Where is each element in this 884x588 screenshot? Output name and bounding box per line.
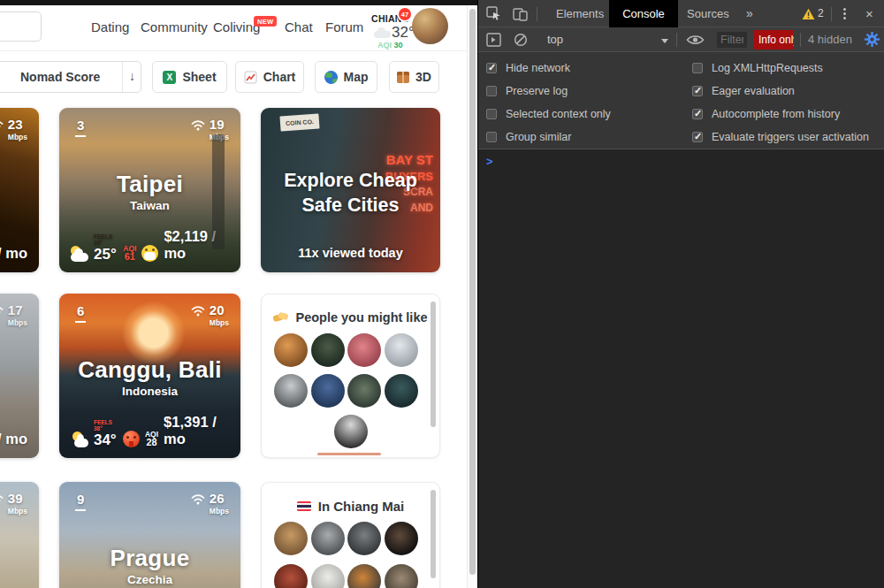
scrollbar-thumb[interactable] [469,9,476,575]
nav-link-chat[interactable]: Chat [285,19,313,34]
avatar[interactable] [274,374,308,408]
city-rank: 3 [75,118,86,137]
checkbox[interactable] [486,63,497,73]
city-card-partial-2[interactable]: 17 Mbps / mo [0,294,39,458]
wifi-icon [0,305,4,317]
avatar[interactable] [385,333,418,367]
avatar[interactable] [311,522,345,555]
checkbox[interactable] [692,132,703,142]
sheet-icon: X [163,71,176,84]
thailand-flag-icon [297,501,311,511]
avatar[interactable] [311,374,345,408]
neon-sign-text: BAY ST [386,152,433,167]
panel-scrollbar[interactable] [431,302,436,427]
sheet-view-button[interactable]: X Sheet [152,61,227,93]
console-settings-gear-icon[interactable] [865,32,880,47]
panel-scrollbar[interactable] [431,490,436,578]
city-card-taipei[interactable]: 3 19 Mbps Taipei Taiwan FEELS 26° 25° [59,108,240,272]
city-country: Czechia [59,573,240,586]
close-devtools-icon[interactable]: × [865,6,873,21]
more-tabs-chevron[interactable]: » [746,0,753,27]
checkbox[interactable] [692,86,703,96]
tab-console[interactable]: Console [609,0,678,27]
hidden-messages-count: 4 hidden [808,33,852,46]
setting-eager-evaluation[interactable]: Eager evaluation [692,85,884,97]
console-sidebar-icon[interactable] [486,33,501,47]
setting-group-similar[interactable]: Group similar [486,131,692,143]
avatar[interactable] [347,374,381,408]
city-card-partial-3[interactable]: 39 Mbps [0,482,39,588]
live-expression-eye-icon[interactable] [686,34,705,46]
device-toolbar-icon[interactable] [513,6,528,21]
chart-view-button[interactable]: Chart [235,61,304,93]
weather-icon [71,433,88,447]
tab-elements[interactable]: Elements [556,0,604,27]
avatar[interactable] [385,374,418,408]
checkbox[interactable] [692,109,703,119]
wifi-speed: 20 Mbps [191,303,229,327]
tab-sources[interactable]: Sources [687,0,729,27]
avatar[interactable] [274,522,308,555]
nav-link-community[interactable]: Community [141,19,208,34]
setting-hide-network[interactable]: Hide network [486,62,692,74]
checkbox[interactable] [486,86,497,96]
3d-view-button[interactable]: 3D [389,61,439,93]
setting-eval-triggers-activation[interactable]: Evaluate triggers user activation [692,131,884,143]
avatar[interactable] [347,522,381,555]
nav-link-forum[interactable]: Forum [325,19,363,34]
notification-badge[interactable]: 47 [397,6,413,22]
avatar[interactable] [311,564,345,588]
aqi-label: AQI [377,41,392,50]
console-filter-input[interactable] [717,32,747,48]
map-view-button[interactable]: Map [315,61,377,93]
city-card-partial-1[interactable]: 23 Mbps / mo [0,108,39,272]
log-level-badge[interactable]: Info only [753,30,794,50]
wifi-speed: 23 Mbps [0,118,27,141]
avatar[interactable] [347,333,381,367]
explore-title: Explore Cheap Safe Cities [261,168,440,218]
handshake-icon [273,312,288,323]
profile-avatar[interactable] [412,8,448,44]
checkbox[interactable] [486,132,497,142]
setting-preserve-log[interactable]: Preserve log [486,85,692,97]
city-rank: 6 [75,303,86,323]
avatar[interactable] [274,564,308,588]
local-panel: In Chiang Mai [261,482,440,588]
wifi-speed: 19 Mbps [191,118,229,141]
avatar[interactable] [311,333,345,367]
checkbox[interactable] [692,63,703,73]
nav-temperature: 32° [392,24,415,42]
viewed-count: 11x viewed today [261,246,440,260]
avatar[interactable] [334,415,368,448]
setting-selected-context-only[interactable]: Selected context only [486,108,692,120]
checkbox[interactable] [486,109,497,119]
explore-card[interactable]: COIN CO. BAY ST BUYERS SCRA AND Explore … [261,108,440,272]
warning-icon[interactable] [802,8,815,20]
map-button-label: Map [344,70,369,84]
search-input[interactable] [0,11,42,42]
console-output-area[interactable]: > [478,150,884,588]
avatar[interactable] [385,564,418,588]
city-card-canggu[interactable]: 6 20 Mbps Canggu, Bali Indonesia FEELS 3… [59,294,240,458]
avatar[interactable] [274,333,308,367]
inspect-element-icon[interactable] [486,6,501,21]
console-prompt-chevron[interactable]: > [486,155,493,168]
clear-console-icon[interactable] [514,33,528,47]
avatar[interactable] [347,564,381,588]
page-scrollbar[interactable] [467,5,477,588]
chevron-down-icon[interactable] [661,39,668,43]
setting-log-xhr[interactable]: Log XMLHttpRequests [692,62,884,74]
avatar-row [274,333,418,367]
nav-link-dating[interactable]: Dating [91,19,129,34]
city-card-prague[interactable]: 9 26 Mbps Prague Czechia [59,482,240,588]
sort-select[interactable]: Nomad Score ↓ [0,61,141,93]
avatar[interactable] [385,522,418,555]
wifi-icon [191,119,205,131]
setting-autocomplete-history[interactable]: Autocomplete from history [692,108,884,120]
kebab-menu-icon[interactable] [843,8,846,19]
city-rank: 9 [75,492,86,511]
city-name: Canggu, Bali [59,356,240,384]
sort-direction-button[interactable]: ↓ [129,69,135,83]
nav-aqi: AQI 30 [377,41,403,50]
execution-context-select[interactable]: top [547,33,563,46]
